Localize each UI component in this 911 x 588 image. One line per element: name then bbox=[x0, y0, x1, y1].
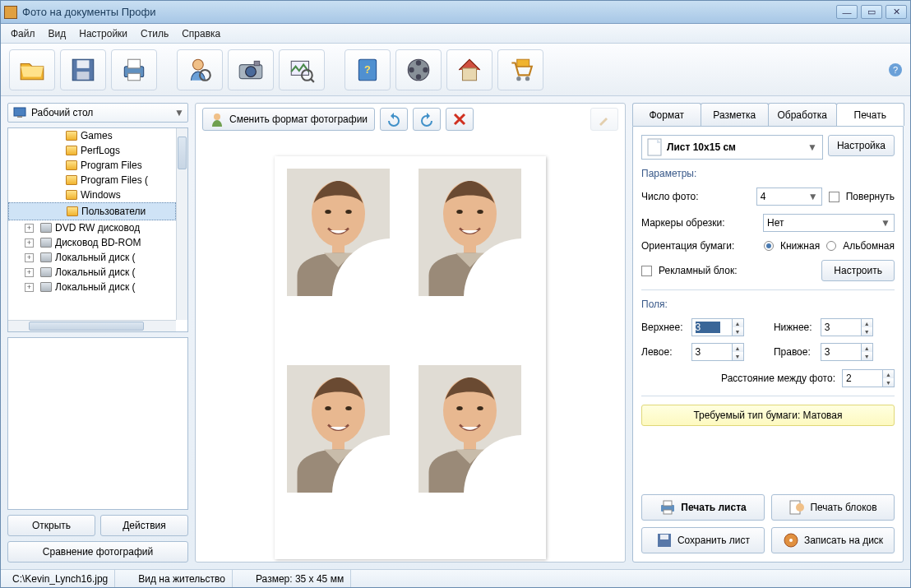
svg-rect-25 bbox=[17, 116, 22, 118]
svg-point-39 bbox=[325, 406, 331, 410]
svg-text:?: ? bbox=[364, 63, 371, 76]
photo-count-select[interactable]: 4▼ bbox=[756, 188, 822, 206]
print-blocks-button[interactable]: Печать блоков bbox=[771, 494, 895, 521]
expand-icon[interactable]: + bbox=[25, 253, 34, 262]
menu-settings[interactable]: Настройки bbox=[72, 25, 134, 42]
print-sheet-button[interactable]: Печать листа bbox=[641, 494, 765, 521]
expand-icon[interactable]: + bbox=[25, 268, 34, 277]
rotate-right-button[interactable] bbox=[413, 108, 441, 131]
ad-block-checkbox[interactable] bbox=[641, 266, 652, 276]
tree-item[interactable]: +Локальный диск ( bbox=[8, 250, 176, 265]
scrollbar-horizontal[interactable] bbox=[8, 320, 176, 331]
save-sheet-button[interactable]: Сохранить лист bbox=[641, 527, 765, 553]
orientation-landscape-radio[interactable] bbox=[826, 241, 836, 251]
photo-cell[interactable] bbox=[419, 169, 521, 296]
folder-icon bbox=[67, 206, 78, 216]
tree-item[interactable]: +Дисковод BD-ROM bbox=[8, 235, 176, 250]
toolbar-zoom-image-icon[interactable] bbox=[279, 49, 325, 90]
toolbar-print-icon[interactable] bbox=[111, 49, 157, 90]
drive-icon bbox=[40, 223, 52, 233]
svg-point-40 bbox=[345, 406, 352, 410]
tree-item[interactable]: Program Files ( bbox=[8, 173, 176, 188]
svg-rect-50 bbox=[664, 510, 672, 514]
svg-point-16 bbox=[416, 60, 421, 65]
tab-format[interactable]: Формат bbox=[632, 103, 701, 126]
svg-point-30 bbox=[345, 210, 352, 214]
svg-point-52 bbox=[796, 503, 804, 512]
toolbar-cart-icon[interactable] bbox=[497, 49, 543, 90]
menubar: Файл Вид Настройки Стиль Справка bbox=[1, 24, 910, 44]
burn-disc-button[interactable]: Записать на диск bbox=[771, 527, 895, 553]
photo-cell[interactable] bbox=[419, 365, 521, 493]
tree-item[interactable]: Windows bbox=[8, 188, 176, 202]
svg-point-21 bbox=[516, 76, 520, 80]
menu-view[interactable]: Вид bbox=[42, 25, 73, 42]
disc-icon bbox=[783, 532, 799, 549]
svg-rect-5 bbox=[128, 73, 141, 81]
gap-label: Расстояние между фото: bbox=[721, 373, 835, 384]
expand-icon[interactable]: + bbox=[25, 224, 34, 233]
scrollbar-vertical[interactable] bbox=[176, 128, 187, 320]
margin-right-spinner[interactable]: ▲▼ bbox=[821, 343, 873, 361]
main-toolbar: ? ? bbox=[1, 44, 910, 96]
photo-cell[interactable] bbox=[287, 169, 390, 296]
open-button[interactable]: Открыть bbox=[7, 515, 95, 536]
menu-file[interactable]: Файл bbox=[4, 25, 42, 42]
crop-markers-select[interactable]: Нет▼ bbox=[763, 214, 895, 232]
toolbar-camera-icon[interactable] bbox=[228, 49, 274, 90]
gap-spinner[interactable]: ▲▼ bbox=[842, 369, 895, 387]
menu-style[interactable]: Стиль bbox=[134, 25, 175, 42]
help-bubble-icon[interactable]: ? bbox=[889, 63, 902, 76]
menu-help[interactable]: Справка bbox=[175, 25, 227, 42]
svg-rect-54 bbox=[660, 535, 668, 539]
margin-top-spinner[interactable]: ▲▼ bbox=[691, 318, 744, 336]
tab-layout[interactable]: Разметка bbox=[701, 103, 770, 126]
delete-button[interactable] bbox=[446, 108, 474, 131]
change-format-button[interactable]: Сменить формат фотографии bbox=[202, 108, 375, 131]
toolbar-help-book-icon[interactable]: ? bbox=[345, 49, 391, 90]
toolbar-film-reel-icon[interactable] bbox=[395, 49, 442, 90]
folder-icon bbox=[66, 190, 77, 200]
compare-button[interactable]: Сравнение фотографий bbox=[7, 541, 188, 563]
tree-item[interactable]: Program Files bbox=[8, 158, 176, 173]
close-button[interactable]: ✕ bbox=[886, 5, 907, 19]
photo-cell[interactable] bbox=[287, 365, 390, 493]
svg-rect-24 bbox=[14, 108, 25, 116]
folder-tree[interactable]: Games PerfLogs Program Files Program Fil… bbox=[7, 127, 188, 332]
expand-icon[interactable]: + bbox=[25, 238, 34, 248]
tree-item[interactable]: PerfLogs bbox=[8, 143, 176, 158]
blocks-icon bbox=[788, 499, 805, 516]
tree-item-selected[interactable]: Пользователи bbox=[8, 202, 176, 220]
maximize-button[interactable]: ▭ bbox=[861, 5, 882, 19]
ad-configure-button[interactable]: Настроить bbox=[821, 260, 895, 281]
margin-top-label: Верхнее: bbox=[641, 322, 683, 333]
titlebar: Фото на документы Профи — ▭ ✕ bbox=[1, 1, 910, 24]
params-title: Параметры: bbox=[641, 168, 895, 179]
toolbar-home-icon[interactable] bbox=[446, 49, 492, 90]
svg-point-18 bbox=[416, 74, 421, 79]
tree-item[interactable]: +Локальный диск ( bbox=[8, 265, 176, 280]
margin-left-spinner[interactable]: ▲▼ bbox=[691, 343, 744, 361]
toolbar-save-icon[interactable] bbox=[60, 49, 106, 90]
tree-item[interactable]: +DVD RW дисковод bbox=[8, 220, 176, 235]
orientation-portrait-radio[interactable] bbox=[764, 241, 774, 251]
crop-markers-label: Маркеры обрезки: bbox=[641, 217, 756, 229]
tree-item[interactable]: Games bbox=[8, 128, 176, 143]
location-combo[interactable]: Рабочий стол ▼ bbox=[7, 103, 188, 123]
brush-button bbox=[590, 108, 618, 131]
sheet-settings-button[interactable]: Настройка bbox=[828, 135, 895, 156]
margin-bottom-spinner[interactable]: ▲▼ bbox=[821, 318, 873, 336]
actions-button[interactable]: Действия bbox=[100, 515, 188, 536]
expand-icon[interactable]: + bbox=[25, 283, 34, 292]
rotate-left-button[interactable] bbox=[380, 108, 408, 131]
rotate-checkbox[interactable] bbox=[829, 192, 839, 202]
sheet-size-select[interactable]: Лист 10x15 см ▼ bbox=[641, 135, 823, 160]
tab-print[interactable]: Печать bbox=[836, 103, 905, 126]
svg-rect-23 bbox=[517, 59, 529, 67]
toolbar-person-search-icon[interactable] bbox=[177, 49, 223, 90]
status-bar: C:\Kevin_Lynch16.jpg Вид на жительство Р… bbox=[1, 569, 910, 587]
toolbar-open-icon[interactable] bbox=[9, 49, 55, 90]
minimize-button[interactable]: — bbox=[836, 5, 858, 19]
tab-process[interactable]: Обработка bbox=[768, 103, 837, 126]
tree-item[interactable]: +Локальный диск ( bbox=[8, 280, 176, 294]
